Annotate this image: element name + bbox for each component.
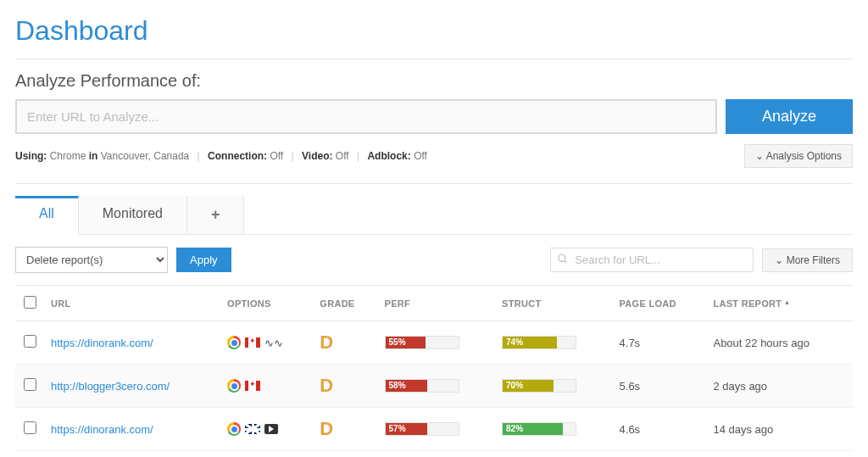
pulse-icon: ∿∿ [264, 337, 283, 349]
table-row: https://dinorank.com/∿∿D55%74%4.7sAbout … [15, 321, 853, 365]
col-perf[interactable]: PERF [378, 286, 496, 321]
struct-bar: 82% [502, 422, 576, 436]
col-grade[interactable]: GRADE [313, 286, 377, 321]
options-icons [227, 379, 306, 393]
analysis-meta: Using: Chrome in Vancouver, Canada | Con… [15, 150, 427, 162]
row-checkbox[interactable] [24, 421, 36, 434]
analyze-button[interactable]: Analyze [726, 99, 853, 134]
col-last-report[interactable]: LAST REPORT▲ [706, 286, 853, 321]
chevron-down-icon: ⌄ [755, 150, 764, 162]
row-checkbox[interactable] [24, 378, 36, 391]
perf-bar: 55% [385, 336, 459, 349]
options-icons: ∿∿ [227, 336, 306, 349]
perf-bar: 57% [385, 422, 459, 436]
page-load-value: 4.6s [613, 408, 707, 451]
row-checkbox[interactable] [24, 335, 36, 348]
url-input[interactable] [15, 99, 717, 134]
video-icon [264, 424, 278, 434]
sort-asc-icon: ▲ [783, 298, 790, 306]
analysis-options-button[interactable]: ⌄ Analysis Options [744, 144, 853, 168]
tab-all[interactable]: All [15, 196, 79, 235]
last-report-value: 14 days ago [706, 408, 853, 451]
uk-flag-icon [245, 424, 260, 434]
chrome-icon [227, 422, 241, 436]
col-options[interactable]: OPTIONS [220, 286, 313, 321]
col-page-load[interactable]: PAGE LOAD [613, 286, 707, 321]
divider [15, 183, 853, 184]
canada-flag-icon [245, 381, 260, 391]
page-title: Dashboard [15, 15, 853, 47]
chevron-down-icon: ⌄ [775, 254, 783, 266]
chrome-icon [227, 379, 241, 393]
more-filters-button[interactable]: ⌄ More Filters [762, 248, 853, 272]
last-report-value: About 22 hours ago [706, 321, 853, 365]
search-icon [557, 253, 569, 267]
url-link[interactable]: https://dinorank.com/ [51, 337, 153, 349]
tab-monitored[interactable]: Monitored [79, 196, 187, 234]
svg-line-1 [565, 260, 567, 263]
svg-point-0 [559, 254, 565, 261]
grade-badge: D [320, 418, 333, 439]
grade-badge: D [320, 375, 333, 396]
table-row: https://dinorank.com/D57%82%4.6s14 days … [15, 408, 853, 451]
struct-bar: 70% [502, 379, 576, 393]
page-load-value: 5.6s [613, 365, 707, 408]
search-input[interactable] [550, 248, 754, 272]
select-all-checkbox[interactable] [24, 296, 36, 309]
divider [15, 59, 853, 59]
struct-bar: 74% [502, 336, 576, 349]
page-load-value: 4.7s [613, 321, 707, 365]
perf-bar: 58% [385, 379, 459, 393]
table-row: http://blogger3cero.com/D58%70%5.6s2 day… [15, 365, 853, 408]
apply-button[interactable]: Apply [176, 248, 231, 272]
analyze-label: Analyze Performance of: [15, 71, 853, 91]
options-icons [227, 422, 306, 436]
chrome-icon [227, 336, 241, 349]
grade-badge: D [320, 332, 333, 353]
canada-flag-icon [245, 337, 260, 348]
tab-add[interactable]: + [187, 196, 245, 234]
col-url[interactable]: URL [44, 286, 220, 321]
bulk-action-select[interactable]: Delete report(s) [15, 247, 168, 273]
url-link[interactable]: http://blogger3cero.com/ [51, 380, 170, 393]
url-link[interactable]: https://dinorank.com/ [51, 423, 153, 436]
col-struct[interactable]: STRUCT [495, 286, 613, 321]
last-report-value: 2 days ago [706, 365, 853, 408]
